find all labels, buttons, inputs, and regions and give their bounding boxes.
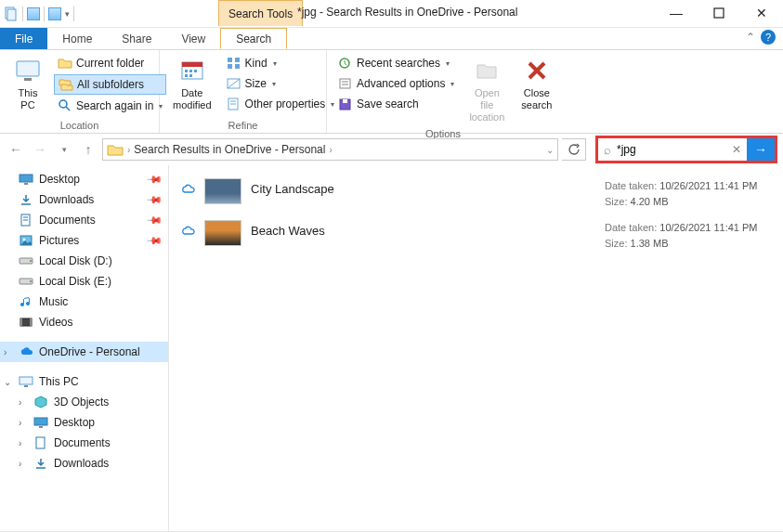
close-button[interactable]: ✕: [740, 0, 783, 26]
this-pc-button[interactable]: This PC: [7, 54, 48, 113]
nav-downloads[interactable]: Downloads📌: [0, 189, 168, 210]
back-button[interactable]: ←: [6, 139, 26, 160]
address-dropdown-icon[interactable]: ⌄: [546, 145, 554, 155]
svg-rect-4: [24, 78, 32, 81]
chevron-right-icon[interactable]: ›: [19, 438, 21, 448]
forward-button[interactable]: →: [30, 139, 50, 160]
qat-button-2[interactable]: [48, 7, 61, 20]
svg-rect-46: [20, 377, 33, 384]
collapse-ribbon-icon[interactable]: ⌃: [746, 31, 755, 44]
result-row[interactable]: Beach Waves Date taken: 10/26/2021 11:41…: [180, 214, 772, 256]
nav-local-disk-e[interactable]: Local Disk (E:): [0, 271, 168, 292]
nav-label: Documents: [39, 214, 96, 227]
clear-search-icon[interactable]: ✕: [732, 143, 741, 156]
up-button[interactable]: ↑: [78, 139, 98, 160]
size-button[interactable]: Size ▾: [223, 74, 339, 93]
tab-file[interactable]: File: [0, 28, 47, 49]
pin-icon[interactable]: 📌: [145, 190, 163, 208]
open-location-icon: [472, 56, 502, 85]
close-search-button[interactable]: Close search: [515, 54, 557, 113]
nav-label: 3D Objects: [54, 396, 109, 409]
chevron-down-icon[interactable]: ⌄: [4, 377, 11, 387]
svg-rect-9: [185, 70, 188, 72]
nav-label: Desktop: [39, 173, 80, 186]
nav-videos[interactable]: Videos: [0, 312, 168, 332]
svg-rect-47: [24, 385, 28, 387]
search-again-in-button[interactable]: Search again in ▾: [54, 97, 166, 115]
history-dropdown[interactable]: ▾: [54, 139, 74, 160]
nav-desktop[interactable]: Desktop📌: [0, 169, 168, 189]
tab-share[interactable]: Share: [107, 28, 166, 49]
nav-this-pc[interactable]: ⌄This PC: [0, 371, 168, 392]
nav-pictures[interactable]: Pictures📌: [0, 230, 168, 251]
other-properties-button[interactable]: Other properties ▾: [223, 95, 339, 113]
chevron-right-icon[interactable]: ›: [4, 347, 7, 357]
nav-documents-2[interactable]: ›Documents: [0, 433, 168, 453]
save-search-label: Save search: [357, 97, 419, 110]
chevron-right-icon[interactable]: ›: [19, 397, 21, 408]
nav-local-disk-d[interactable]: Local Disk (D:): [0, 251, 168, 271]
result-name: Beach Waves: [251, 220, 595, 238]
search-input[interactable]: [617, 143, 710, 156]
nav-desktop-2[interactable]: ›Desktop: [0, 412, 168, 433]
breadcrumb-separator[interactable]: ›: [127, 145, 130, 155]
current-folder-label: Current folder: [76, 57, 144, 70]
size-label: Size: [245, 77, 267, 90]
svg-rect-16: [228, 64, 232, 69]
help-icon[interactable]: ?: [761, 30, 776, 45]
svg-rect-11: [194, 70, 197, 72]
meta-value: 1.38 MB: [631, 238, 669, 249]
thumbnail: [204, 220, 241, 246]
separator: [44, 6, 45, 21]
recent-icon: [338, 56, 353, 71]
nav-label: Local Disk (D:): [39, 254, 112, 267]
all-subfolders-button[interactable]: All subfolders: [54, 74, 166, 95]
chevron-down-icon: ▾: [446, 59, 450, 68]
pin-icon[interactable]: 📌: [145, 170, 163, 188]
nav-music[interactable]: Music: [0, 292, 168, 312]
nav-label: Videos: [39, 316, 72, 329]
results-list: City Landscape Date taken: 10/26/2021 11…: [169, 165, 783, 531]
ribbon-tabs: File Home Share View Search ⌃ ?: [0, 28, 783, 50]
group-label-options: Options: [334, 126, 552, 139]
current-folder-button[interactable]: Current folder: [54, 54, 166, 72]
search-again-label: Search again in: [76, 99, 153, 112]
result-meta: Date taken: 10/26/2021 11:41 PM Size: 1.…: [605, 220, 772, 251]
chevron-right-icon[interactable]: ›: [19, 459, 21, 469]
pin-icon[interactable]: 📌: [145, 211, 163, 228]
maximize-button[interactable]: [698, 0, 740, 26]
tab-search[interactable]: Search: [220, 28, 287, 49]
qat-button-1[interactable]: [27, 7, 40, 20]
nav-onedrive[interactable]: ›OneDrive - Personal: [0, 342, 168, 362]
address-bar[interactable]: › Search Results in OneDrive - Personal …: [102, 138, 558, 161]
open-file-location-button: Open file location: [463, 54, 510, 126]
kind-button[interactable]: Kind ▾: [223, 54, 339, 72]
nav-downloads-2[interactable]: ›Downloads: [0, 453, 168, 474]
chevron-down-icon: ▾: [273, 59, 277, 68]
date-modified-button[interactable]: Date modified: [167, 54, 217, 113]
breadcrumb[interactable]: Search Results in OneDrive - Personal: [134, 143, 325, 156]
svg-rect-13: [189, 74, 192, 77]
advanced-options-button[interactable]: Advanced options ▾: [334, 74, 458, 93]
search-box[interactable]: ⌕ ✕: [598, 138, 747, 161]
chevron-right-icon[interactable]: ›: [19, 418, 21, 428]
tab-home[interactable]: Home: [47, 28, 107, 49]
breadcrumb-separator[interactable]: ›: [329, 145, 332, 155]
minimize-button[interactable]: —: [655, 0, 698, 26]
folder-icon: [58, 56, 72, 71]
nav-3d-objects[interactable]: ›3D Objects: [0, 392, 168, 412]
pin-icon[interactable]: 📌: [145, 231, 163, 249]
separator: [22, 6, 23, 21]
search-go-button[interactable]: →: [747, 138, 775, 161]
result-row[interactable]: City Landscape Date taken: 10/26/2021 11…: [180, 173, 772, 214]
tab-view[interactable]: View: [166, 28, 220, 49]
calendar-icon: [177, 56, 207, 85]
nav-documents[interactable]: Documents📌: [0, 210, 168, 230]
svg-point-5: [59, 100, 67, 108]
recent-searches-button[interactable]: Recent searches ▾: [334, 54, 458, 72]
refresh-button[interactable]: [562, 138, 586, 161]
meta-value: 10/26/2021 11:41 PM: [659, 222, 757, 233]
meta-value: 4.20 MB: [631, 196, 669, 207]
save-search-button[interactable]: Save search: [334, 95, 458, 113]
chevron-down-icon[interactable]: ▾: [65, 9, 70, 19]
